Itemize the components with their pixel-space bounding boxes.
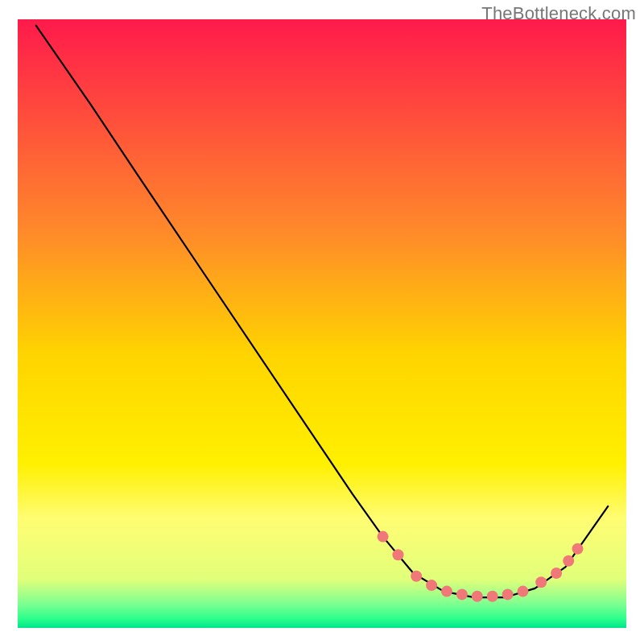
marker-dot: [572, 543, 584, 555]
marker-dot: [426, 580, 437, 591]
chart-container: TheBottleneck.com: [0, 0, 644, 644]
chart-svg: [0, 0, 644, 644]
marker-dot: [411, 571, 422, 582]
attribution-text: TheBottleneck.com: [481, 3, 636, 24]
marker-dot: [551, 568, 562, 579]
marker-dot: [441, 586, 452, 597]
marker-dot: [487, 591, 498, 602]
marker-dot: [472, 591, 483, 602]
marker-dot: [563, 555, 574, 567]
plot-area: [17, 19, 627, 629]
marker-dot: [456, 588, 468, 600]
marker-dot: [535, 576, 547, 588]
gradient-background: [18, 19, 626, 628]
marker-dot: [393, 549, 404, 560]
marker-dot: [502, 588, 514, 600]
marker-dot: [378, 531, 389, 543]
marker-dot: [518, 586, 529, 597]
